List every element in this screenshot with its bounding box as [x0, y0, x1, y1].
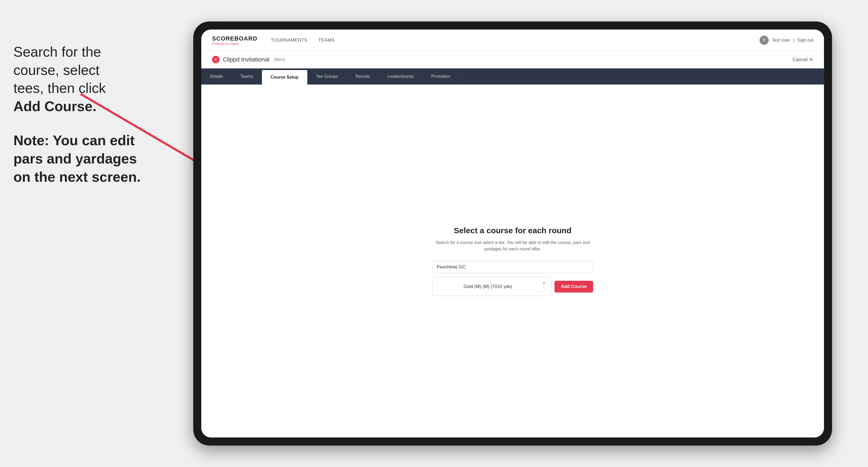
tournament-header: C Clippd Invitational (Men) Cancel ✕ [201, 51, 824, 68]
tablet-screen: SCOREBOARD Powered by clippd TOURNAMENTS… [201, 30, 824, 437]
tee-clear-button[interactable]: ✕ [541, 280, 547, 286]
annotation-area: Search for the course, select tees, then… [0, 32, 166, 197]
tab-teams[interactable]: Teams [232, 68, 262, 85]
tournament-tag: (Men) [274, 57, 285, 62]
tab-details[interactable]: Details [201, 68, 232, 85]
tee-selector-row: Gold (M) (M) (7010 yds) ✕ ⌃⌄ Add Course [432, 277, 593, 296]
add-course-button[interactable]: Add Course [555, 281, 593, 292]
tab-results[interactable]: Results [347, 68, 379, 85]
top-nav-right: T Test User | Sign out [760, 36, 813, 45]
top-nav-links: TOURNAMENTS TEAMS [271, 38, 760, 43]
cancel-button[interactable]: Cancel ✕ [793, 57, 813, 63]
nav-teams[interactable]: TEAMS [318, 38, 334, 43]
course-setup-card: Select a course for each round Search fo… [432, 226, 593, 296]
logo-area: SCOREBOARD Powered by clippd [212, 35, 257, 45]
tab-tee-groups[interactable]: Tee Groups [307, 68, 347, 85]
annotation-note: Note: You can edit pars and yardages on … [13, 131, 153, 186]
tab-leaderboards[interactable]: Leaderboards [379, 68, 423, 85]
tournament-title: Clippd Invitational [223, 56, 270, 63]
tablet-wrapper: SCOREBOARD Powered by clippd TOURNAMENTS… [193, 22, 832, 445]
tab-course-setup[interactable]: Course Setup [262, 70, 307, 85]
nav-separator: | [793, 38, 794, 43]
tab-printables[interactable]: Printables [423, 68, 459, 85]
logo-sub: Powered by clippd [212, 42, 257, 45]
nav-tournaments[interactable]: TOURNAMENTS [271, 38, 307, 43]
tab-bar: Details Teams Course Setup Tee Groups Re… [201, 68, 824, 85]
user-avatar: T [760, 36, 769, 45]
card-subtitle: Search for a course and select a tee. Yo… [432, 240, 593, 252]
user-label: Test User [772, 38, 790, 43]
tournament-name: C Clippd Invitational (Men) [212, 56, 285, 63]
sign-out-link[interactable]: Sign out [798, 38, 813, 43]
tablet-frame: SCOREBOARD Powered by clippd TOURNAMENTS… [193, 22, 832, 445]
top-nav: SCOREBOARD Powered by clippd TOURNAMENTS… [201, 30, 824, 51]
tee-select-controls: ✕ ⌃⌄ [541, 280, 547, 292]
card-title: Select a course for each round [432, 226, 593, 235]
annotation-main-text: Search for the course, select tees, then… [13, 43, 153, 116]
tee-chevron-icon: ⌃⌄ [541, 286, 547, 292]
tee-select-wrapper[interactable]: Gold (M) (M) (7010 yds) ✕ ⌃⌄ [432, 277, 551, 296]
main-content: Select a course for each round Search fo… [201, 85, 824, 437]
logo-text: SCOREBOARD [212, 35, 257, 42]
course-search-input[interactable] [432, 261, 593, 273]
tee-select-text: Gold (M) (M) (7010 yds) [437, 284, 539, 289]
tournament-icon: C [212, 56, 220, 63]
